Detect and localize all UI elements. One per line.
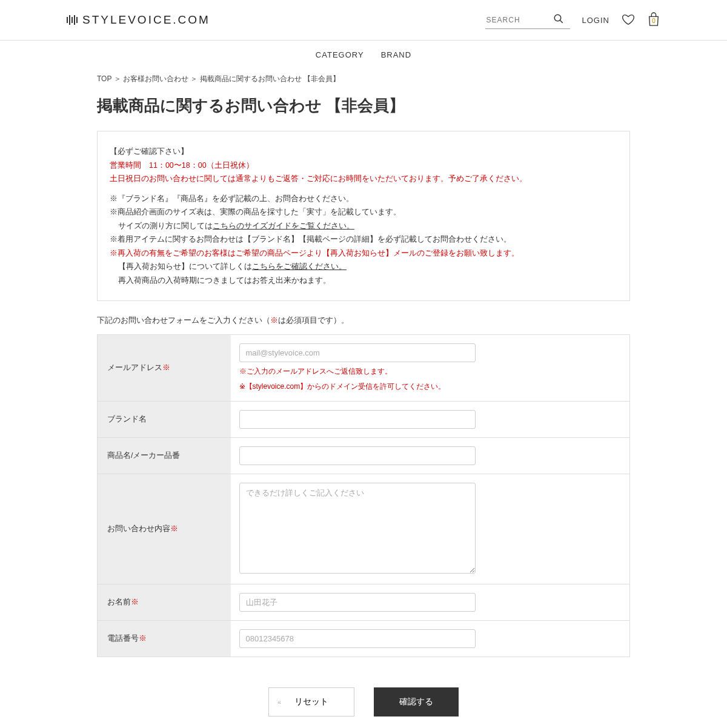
heart-icon[interactable] [622,13,635,28]
info-notice-red: 土日祝日のお問い合わせに関しては通常よりもご返答・ご対応にお時間をいただいており… [110,172,617,186]
form-intro: 下記のお問い合わせフォームをご入力ください（※は必須項目です）。 [97,316,630,326]
svg-point-0 [554,15,561,21]
nav-category[interactable]: CATEGORY [316,50,364,59]
submit-button[interactable]: 確認する [374,687,459,716]
bag-count: 0 [652,18,656,24]
content-textarea[interactable] [239,483,476,574]
info-hours: 営業時間 11：00〜18：00（土日祝休） [110,159,617,173]
header-right: LOGIN 0 [485,11,660,29]
bag-icon[interactable]: 0 [647,12,660,28]
nav: CATEGORY BRAND [0,41,727,69]
header: STYLEVOICE.COM LOGIN 0 [0,0,727,41]
name-label: お名前※ [98,584,231,621]
brand-label: ブランド名 [98,402,231,438]
phone-input[interactable] [239,629,476,648]
brand-input[interactable] [239,410,476,429]
breadcrumb: TOP ＞ お客様お問い合わせ ＞ 掲載商品に関するお問い合わせ 【非会員】 [97,74,630,84]
email-note2: ※【stylevoice.com】からのドメイン受信を許可してください。 [239,381,622,392]
product-label: 商品名/メーカー品番 [98,438,231,474]
info-note4-red: ※再入荷の有無をご希望のお客様はご希望の商品ページより【再入荷お知らせ】メールの… [110,247,617,260]
info-note2: ※商品紹介画面のサイズ表は、実際の商品を採寸した「実寸」を記載しています。 [110,205,617,219]
email-input[interactable] [239,343,476,362]
email-note1: ※ご入力のメールアドレスへご返信致します。 [239,366,622,377]
content-label: お問い合わせ内容※ [98,474,231,584]
breadcrumb-contact[interactable]: お客様お問い合わせ [123,74,188,83]
reset-button[interactable]: リセット [268,687,354,716]
email-label: メールアドレス※ [98,335,231,402]
phone-label: 電話番号※ [98,621,231,657]
search-icon[interactable] [553,13,564,26]
search-box[interactable] [485,11,570,29]
page-title: 掲載商品に関するお問い合わせ 【非会員】 [97,95,630,116]
form-table: メールアドレス※ ※ご入力のメールアドレスへご返信致します。 ※【stylevo… [97,334,630,657]
logo-bars-icon [67,15,78,25]
breadcrumb-top[interactable]: TOP [97,74,111,83]
logo[interactable]: STYLEVOICE.COM [67,13,210,27]
logo-text: STYLEVOICE.COM [82,13,210,27]
search-input[interactable] [486,16,553,24]
content: TOP ＞ お客様お問い合わせ ＞ 掲載商品に関するお問い合わせ 【非会員】 掲… [97,74,630,728]
info-box: 【必ずご確認下さい】 営業時間 11：00〜18：00（土日祝休） 土日祝日のお… [97,131,630,301]
size-guide-link[interactable]: こちらのサイズガイドをご覧ください。 [213,222,354,230]
info-note1: ※『ブランド名』『商品名』を必ず記載の上、お問合わせください。 [110,192,617,206]
breadcrumb-current: 掲載商品に関するお問い合わせ 【非会員】 [200,74,340,83]
login-link[interactable]: LOGIN [582,16,609,25]
svg-line-1 [560,20,563,23]
info-note3: ※着用アイテムに関するお問合わせは【ブランド名】【掲載ページの詳細】を必ず記載し… [110,233,617,247]
buttons: リセット 確認する [97,687,630,716]
nav-brand[interactable]: BRAND [381,50,412,59]
info-confirm-title: 【必ずご確認下さい】 [110,145,617,159]
restock-link[interactable]: こちらをご確認ください。 [252,262,347,271]
name-input[interactable] [239,593,476,612]
product-input[interactable] [239,446,476,465]
